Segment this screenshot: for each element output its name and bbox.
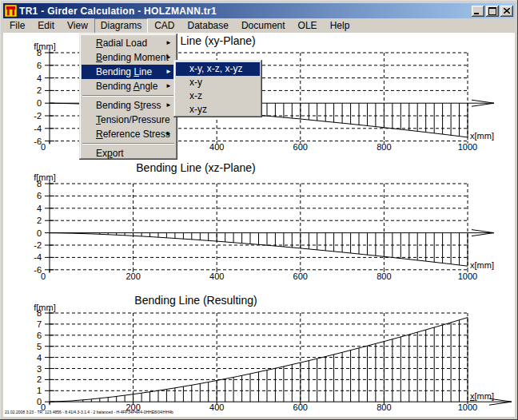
y-tick-label: 4 [37, 73, 42, 83]
x-tick-label: 1000 [458, 402, 477, 412]
x-tick-label: 400 [209, 402, 224, 412]
hatch-fill [100, 233, 468, 267]
menubar-item-ole[interactable]: OLE [292, 18, 324, 34]
x-tick-label: 800 [377, 402, 391, 412]
chart-title: Bending Line (Resulting) [134, 294, 257, 307]
y-tick-label: 2 [37, 85, 42, 95]
y-tick-label: 7 [37, 319, 42, 329]
submenu-arrow-icon: ► [165, 36, 172, 50]
chart-title: Bending Line (xz-Plane) [136, 161, 255, 174]
app-window: TR1 - Girder Calculation - HOLZMANN.tr1 … [0, 0, 518, 420]
minimize-icon [474, 13, 479, 14]
y-tick-label: 5 [37, 342, 42, 351]
menubar-item-view[interactable]: View [61, 18, 94, 34]
y-tick-label: 8 [37, 179, 42, 188]
x-axis-label: x[mm] [470, 260, 494, 270]
bending-line-submenu: x-y, x-z, x-yzx-yx-zx-yz [173, 60, 262, 117]
x-tick-label: 400 [209, 142, 224, 152]
menu-item-bending-stress[interactable]: Bending Stress► [82, 98, 175, 113]
x-tick-label: 1000 [458, 142, 477, 152]
y-tick-label: 4 [37, 353, 42, 363]
x-tick-label: 0 [41, 142, 46, 152]
x-tick-label: 600 [293, 402, 308, 412]
x-axis-label: x[mm] [470, 131, 494, 141]
menu-item-bending-angle[interactable]: Bending Angle► [82, 79, 175, 93]
menu-item-label: Bending Line [96, 66, 152, 77]
menu-separator [82, 95, 174, 97]
menu-item-bending-line[interactable]: Bending Line► [82, 65, 175, 79]
menu-item-label: x-y [189, 77, 202, 88]
maximize-button[interactable] [486, 6, 499, 17]
menubar-item-document[interactable]: Document [235, 18, 292, 34]
submenu-arrow-icon: ► [165, 65, 172, 79]
menubar-item-edit[interactable]: Edit [31, 18, 61, 34]
x-tick-label: 800 [377, 271, 391, 281]
maximize-icon [488, 7, 496, 15]
x-tick-label: 0 [41, 271, 46, 281]
app-icon [5, 5, 17, 17]
y-tick-label: 1 [37, 386, 42, 395]
y-tick-label: -4 [34, 124, 42, 133]
menu-item-label: x-z [189, 90, 202, 101]
y-tick-label: -2 [34, 240, 42, 250]
submenu-arrow-icon: ► [165, 98, 172, 113]
menu-item-label: Tension/Pressure [96, 114, 170, 125]
menubar-item-cad[interactable]: CAD [148, 18, 181, 34]
window-title: TR1 - Girder Calculation - HOLZMANN.tr1 [19, 6, 472, 17]
menu-item-label: Radial Load [96, 38, 147, 49]
submenu-arrow-icon: ► [165, 127, 172, 141]
chart-bending-line-resulting: Bending Line (Resulting)f[mm]87654321002… [3, 290, 515, 417]
menu-item-x-y-x-z-x-yz[interactable]: x-y, x-z, x-yz [176, 62, 260, 76]
status-footer: 21.02.2008 3:23 - TR: 123.4856 - 8.41/4.… [5, 410, 173, 414]
menu-item-tension-pressure[interactable]: Tension/Pressure [82, 113, 175, 127]
y-tick-label: -2 [34, 111, 42, 121]
title-bar[interactable]: TR1 - Girder Calculation - HOLZMANN.tr1 [3, 3, 515, 18]
y-tick-label: 8 [37, 308, 42, 318]
menu-item-label: x-yz [189, 104, 207, 115]
submenu-arrow-icon: ► [165, 79, 172, 93]
menubar-item-diagrams[interactable]: Diagrams [94, 18, 148, 34]
y-tick-label: 0 [37, 228, 42, 238]
menubar-item-file[interactable]: File [3, 18, 31, 34]
minimize-button[interactable] [472, 6, 484, 17]
x-tick-label: 200 [126, 271, 140, 281]
y-tick-label: 6 [37, 191, 42, 200]
menu-item-bending-moment[interactable]: Bending Moment► [82, 50, 175, 65]
menu-item-label: x-y, x-z, x-yz [189, 63, 242, 74]
y-tick-label: 2 [37, 374, 42, 384]
submenu-arrow-icon: ► [165, 50, 172, 65]
x-axis-label: x[mm] [470, 391, 494, 401]
y-tick-label: 6 [37, 331, 42, 340]
y-tick-label: 8 [37, 48, 42, 57]
menu-separator [82, 143, 174, 145]
y-tick-label: 2 [37, 216, 42, 225]
x-tick-label: 600 [293, 142, 308, 152]
hatch-fill [83, 318, 468, 402]
close-icon [504, 8, 510, 14]
x-tick-label: 800 [377, 142, 391, 152]
menu-item-label: Bending Stress [96, 100, 161, 111]
menubar-item-database[interactable]: Database [181, 18, 235, 34]
menubar-item-help[interactable]: Help [324, 18, 357, 34]
menu-item-label: Bending Angle [96, 81, 157, 92]
menu-item-label: Reference Stress [96, 129, 170, 140]
menu-bar: FileEditViewDiagramsCADDatabaseDocumentO… [3, 18, 515, 33]
y-tick-label: 0 [37, 98, 42, 108]
menu-item-x-y[interactable]: x-y [176, 76, 260, 89]
menu-item-export[interactable]: Export [82, 146, 175, 160]
menu-item-radial-load[interactable]: Radial Load► [82, 36, 175, 50]
menu-item-x-z[interactable]: x-z [176, 89, 260, 103]
x-tick-label: 400 [209, 271, 224, 281]
diagrams-menu: Radial Load►Bending Moment►Bending Line►… [79, 34, 177, 160]
menu-item-x-yz[interactable]: x-yz [176, 103, 260, 117]
menu-item-reference-stress[interactable]: Reference Stress► [82, 127, 175, 141]
menu-item-label: Export [96, 148, 124, 159]
x-tick-label: 1000 [458, 271, 477, 281]
chart-bending-line-xz-plane: Bending Line (xz-Plane)f[mm]86420-2-4-60… [3, 160, 515, 290]
x-tick-label: 600 [293, 271, 308, 281]
menu-item-label: Bending Moment [96, 52, 169, 63]
close-button[interactable] [500, 6, 513, 17]
window-controls [472, 6, 513, 17]
y-tick-label: 3 [37, 364, 42, 374]
y-tick-label: -4 [34, 252, 42, 262]
